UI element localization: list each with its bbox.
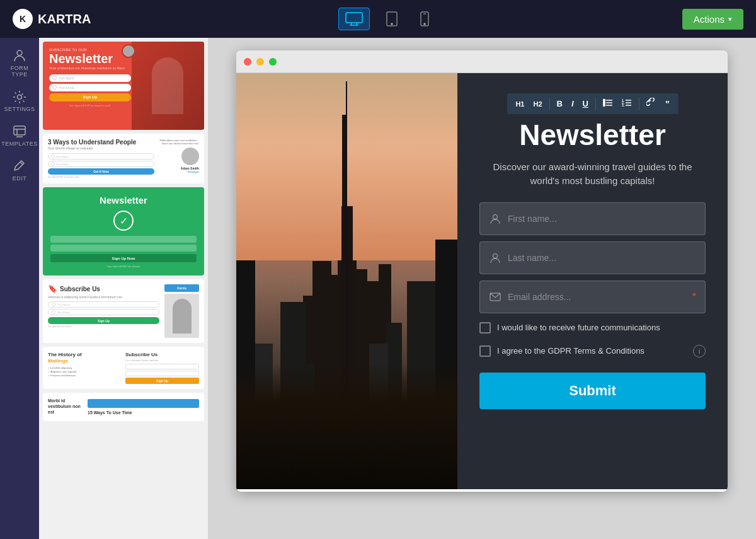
toolbar-italic-btn[interactable]: I: [568, 97, 578, 110]
card2-title: 3 Ways to Understand People: [48, 139, 154, 146]
card4-name-field: Your Name: [57, 303, 70, 306]
svg-rect-0: [346, 13, 362, 23]
card2-subtitle: Duis lobortis integer et vulputate: [48, 146, 154, 150]
card3-fine: Your data will NOT be shared.: [50, 265, 197, 268]
toolbar-underline-btn[interactable]: U: [579, 97, 592, 110]
text-toolbar: H1 H2 B I U: [507, 93, 678, 114]
card4-text: Vehicula ut adipiscing some Faucibus fer…: [48, 295, 159, 299]
toolbar-h1-btn[interactable]: H1: [512, 98, 528, 110]
card3-btn-label: Sign Up Now: [112, 257, 135, 260]
gdpr-info-icon[interactable]: i: [693, 345, 706, 357]
svg-text:3.: 3.: [622, 103, 625, 107]
toolbar-link-btn[interactable]: [643, 96, 660, 112]
tablet-device-btn[interactable]: [380, 8, 404, 30]
checkbox-1-label: I would like to receive future communica…: [497, 323, 706, 332]
template-card-6[interactable]: Morbi id vestibulum non est 15 Ways To U…: [43, 393, 204, 421]
card5-list-3: ✓ Posuere condimentum: [48, 374, 122, 377]
email-placeholder: Email address...: [508, 292, 686, 302]
checkbox-row-1: I would like to receive future communica…: [479, 320, 706, 336]
checkbox-2[interactable]: [479, 345, 491, 357]
top-nav: K KARTRA Actions ▾: [0, 0, 756, 38]
card2-email-field: Your Email: [56, 163, 68, 166]
first-name-field[interactable]: First name...: [479, 202, 706, 235]
template-card-3[interactable]: Newsletter ✓ Sign Up Now Your data will …: [43, 187, 204, 275]
svg-point-10: [18, 95, 22, 100]
card5-left-sub: Mailings: [48, 358, 122, 364]
template-card-2[interactable]: 3 Ways to Understand People Duis loborti…: [43, 134, 204, 183]
card1-btn-label: Sign Up: [83, 95, 98, 99]
templates-label: TEMPLATES: [1, 141, 37, 147]
city-image: [236, 73, 457, 489]
card3-title: Newsletter: [50, 195, 197, 206]
actions-button[interactable]: Actions ▾: [682, 9, 743, 30]
actions-label: Actions: [694, 14, 724, 25]
template-card-5[interactable]: The History of Mailings ✓ LolorElis adip…: [43, 347, 204, 389]
card5-right-title: Subscribe Us: [125, 352, 199, 357]
card2-quote: "Nulla ullamcorper sed vestibulum... lor…: [158, 139, 199, 145]
toolbar-divider-1: [549, 98, 550, 110]
first-name-placeholder: First name...: [508, 214, 696, 224]
mobile-device-btn[interactable]: [414, 8, 435, 30]
card1-title: Newsletter: [49, 52, 131, 65]
card5-name-field: [125, 364, 199, 369]
checkbox-row-2: I agree to the GDPR Terms & Conditions i: [479, 342, 706, 360]
card5-list-1: ✓ LolorElis adipiscing: [48, 366, 122, 369]
logo-text: KARTRA: [38, 12, 91, 26]
sidebar-item-form-type[interactable]: FORM TYPE: [0, 44, 39, 83]
svg-point-5: [391, 23, 392, 25]
settings-label: SETTINGS: [4, 106, 35, 112]
last-name-placeholder: Last name...: [508, 253, 696, 263]
svg-point-20: [603, 105, 605, 107]
logo-icon: K: [13, 9, 33, 29]
card1-email-placeholder: Your Email: [59, 86, 74, 90]
canvas-area: H1 H2 B I U: [208, 38, 756, 539]
sidebar-item-edit[interactable]: EDIT: [0, 154, 39, 187]
form-type-label: FORM TYPE: [3, 65, 37, 78]
toolbar-bold-btn[interactable]: B: [553, 97, 566, 110]
card2-name-field: Your Name: [56, 155, 69, 158]
device-switcher: [338, 8, 435, 30]
newsletter-container: H1 H2 B I U: [236, 73, 728, 489]
card2-role: Developer: [158, 170, 199, 173]
last-name-field[interactable]: Last name...: [479, 241, 706, 274]
left-sidebar: FORM TYPE SETTINGS TEMPLATES EDIT: [0, 38, 39, 539]
person-icon-2: [489, 252, 501, 264]
template-card-1[interactable]: SUBSCRIBE TO OUR Newsletter Vitae ut bib…: [43, 42, 204, 130]
checkbox-1[interactable]: [479, 322, 491, 333]
toolbar-divider-3: [639, 98, 639, 110]
toolbar-ol-btn[interactable]: 1. 2. 3.: [618, 96, 636, 111]
newsletter-title: Newsletter: [479, 119, 706, 151]
desktop-device-btn[interactable]: [338, 8, 370, 30]
toolbar-quote-btn[interactable]: ": [662, 97, 673, 111]
email-icon: [489, 291, 501, 303]
toolbar-ul-btn[interactable]: [599, 96, 617, 111]
card1-subtitle: Vitae ut bibendum est. Maecenas vestibul…: [49, 66, 131, 71]
sidebar-item-templates[interactable]: TEMPLATES: [0, 120, 39, 152]
card5-btn-label: Sign Up: [156, 379, 168, 383]
card1-name-placeholder: Your Name: [59, 76, 74, 80]
submit-button[interactable]: Submit: [479, 373, 706, 409]
city-skyline: [236, 73, 457, 489]
template-card-4[interactable]: 🔖 Subscribe Us Vehicula ut adipiscing so…: [43, 279, 204, 343]
card6-right-title: 15 Ways To Use Time: [88, 410, 199, 415]
email-required-marker: *: [692, 291, 696, 303]
card3-field1: [50, 236, 197, 243]
newsletter-desc: Discover our award-winning travel guides…: [479, 160, 706, 188]
card4-email-field: Your Email: [57, 311, 69, 314]
sidebar-item-settings[interactable]: SETTINGS: [0, 85, 39, 117]
toolbar-h2-btn[interactable]: H2: [529, 98, 546, 110]
browser-dot-red: [244, 58, 251, 66]
browser-dot-green: [269, 58, 277, 66]
actions-chevron-icon: ▾: [728, 15, 732, 23]
form-side: H1 H2 B I U: [457, 73, 728, 489]
person-icon-1: [489, 212, 501, 225]
card1-person-image: [132, 42, 204, 130]
svg-point-18: [603, 102, 605, 104]
card6-blue-bar: [88, 399, 199, 408]
card5-email-field: [125, 371, 199, 376]
main-layout: FORM TYPE SETTINGS TEMPLATES EDIT: [0, 38, 756, 539]
email-field[interactable]: Email address... *: [479, 281, 706, 313]
toolbar-divider-2: [595, 98, 596, 110]
card3-check-icon: ✓: [113, 211, 134, 231]
svg-point-9: [17, 50, 22, 55]
